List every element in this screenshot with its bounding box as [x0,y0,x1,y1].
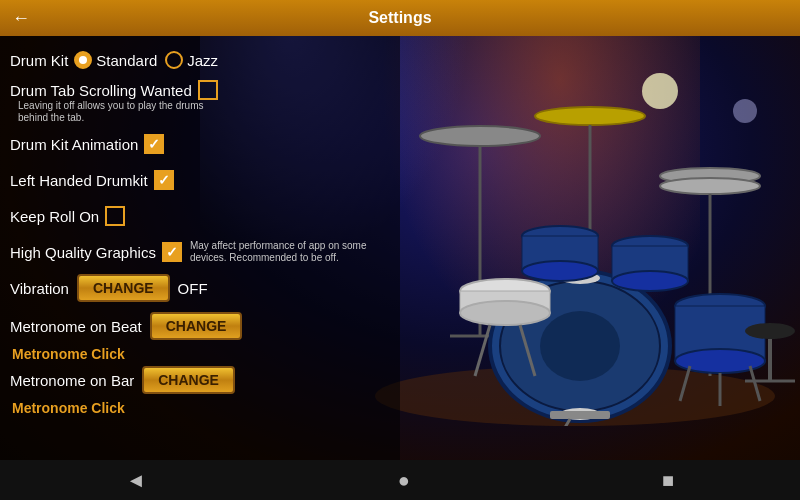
drum-kit-animation-label: Drum Kit Animation [10,136,138,153]
settings-panel: Drum Kit Standard Jazz Drum Tab Scrollin… [0,36,400,500]
metronome-beat-label: Metronome on Beat [10,318,142,335]
drum-kit-label: Drum Kit [10,52,68,69]
drumkit-area [350,36,800,460]
drum-kit-radio-group: Standard Jazz [74,51,218,69]
svg-point-37 [733,99,757,123]
svg-line-17 [475,325,490,376]
drum-kit-animation-checkbox[interactable] [144,134,164,154]
drum-tab-scrolling-label: Drum Tab Scrolling Wanted [10,82,192,99]
svg-rect-34 [550,411,610,419]
drum-tab-scrolling-row: Drum Tab Scrolling Wanted Leaving it off… [10,80,390,124]
svg-point-31 [745,323,795,339]
metronome-bar-label: Metronome on Bar [10,372,134,389]
svg-point-7 [535,107,645,125]
left-handed-checkbox[interactable] [154,170,174,190]
svg-point-11 [540,311,620,381]
nav-recent-button[interactable]: ■ [642,463,694,498]
top-bar: ← Settings [0,0,800,36]
back-button[interactable]: ← [12,8,30,29]
radio-standard[interactable] [74,51,92,69]
vibration-change-button[interactable]: CHANGE [77,274,170,302]
left-handed-row: Left Handed Drumkit [10,164,390,196]
metronome-beat-sub-label: Metronome Click [10,346,390,362]
radio-jazz[interactable] [165,51,183,69]
bottom-nav: ◄ ● ■ [0,460,800,500]
svg-point-24 [612,271,688,291]
high-quality-label: High Quality Graphics [10,244,156,261]
drum-kit-animation-row: Drum Kit Animation [10,128,390,160]
high-quality-row: High Quality Graphics May affect perform… [10,236,390,268]
radio-jazz-label: Jazz [187,52,218,69]
radio-option-standard[interactable]: Standard [74,51,157,69]
svg-point-21 [522,261,598,281]
keep-roll-on-checkbox[interactable] [105,206,125,226]
metronome-beat-row: Metronome on Beat CHANGE [10,310,390,342]
high-quality-hint: May affect performance of app on some de… [190,240,390,264]
drum-tab-scrolling-checkbox[interactable] [198,80,218,100]
metronome-bar-change-button[interactable]: CHANGE [142,366,235,394]
metronome-bar-row: Metronome on Bar CHANGE [10,364,390,396]
radio-standard-label: Standard [96,52,157,69]
nav-home-button[interactable]: ● [378,463,430,498]
keep-roll-on-row: Keep Roll On [10,200,390,232]
vibration-value: OFF [178,280,208,297]
keep-roll-on-label: Keep Roll On [10,208,99,225]
radio-option-jazz[interactable]: Jazz [165,51,218,69]
metronome-beat-change-button[interactable]: CHANGE [150,312,243,340]
high-quality-checkbox[interactable] [162,242,182,262]
drum-tab-scrolling-hint: Leaving it off allows you to play the dr… [18,100,218,124]
vibration-label: Vibration [10,280,69,297]
svg-point-16 [460,301,550,325]
page-title: Settings [368,9,431,27]
metronome-bar-sub-label: Metronome Click [10,400,390,416]
svg-point-5 [660,178,760,194]
nav-back-button[interactable]: ◄ [106,463,166,498]
drum-kit-row: Drum Kit Standard Jazz [10,44,390,76]
vibration-row: Vibration CHANGE OFF [10,272,390,304]
svg-point-36 [642,73,678,109]
left-handed-label: Left Handed Drumkit [10,172,148,189]
svg-point-1 [420,126,540,146]
